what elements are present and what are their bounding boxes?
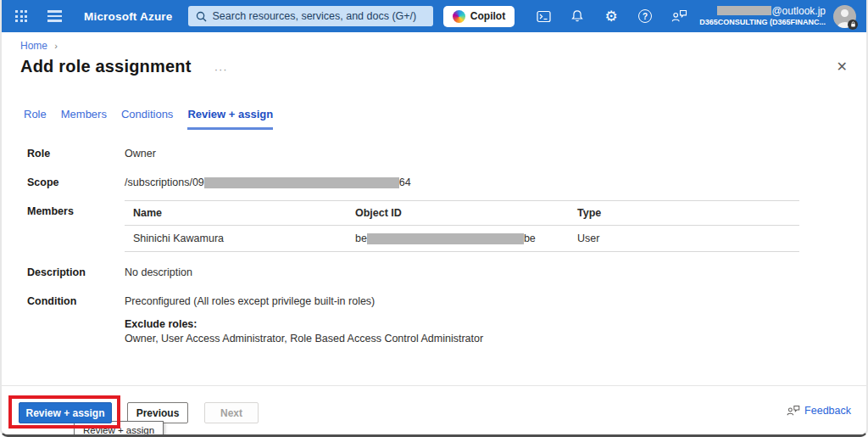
redacted-username <box>717 6 771 15</box>
account-avatar[interactable] <box>833 5 856 28</box>
members-table: Name Object ID Type Shinichi Kawamura be… <box>125 200 799 252</box>
account-directory: D365CONSULTING (D365FINANC... <box>699 18 826 27</box>
copilot-button[interactable]: Copilot <box>443 6 515 27</box>
copilot-label: Copilot <box>470 10 505 22</box>
close-icon: ✕ <box>837 59 848 74</box>
app-launcher-button[interactable] <box>15 10 27 22</box>
tab-members[interactable]: Members <box>61 108 107 130</box>
global-search[interactable] <box>188 6 433 26</box>
role-row: Role Owner <box>27 148 866 160</box>
help-icon: ? <box>638 9 652 23</box>
column-header-object-id: Object ID <box>347 201 569 225</box>
members-table-header: Name Object ID Type <box>125 200 799 226</box>
scope-value: /subscriptions/0964 <box>125 176 411 188</box>
redacted-subscription-id <box>204 177 399 188</box>
hamburger-icon <box>47 10 62 12</box>
account-info[interactable]: @outlook.jp D365CONSULTING (D365FINANC..… <box>699 5 826 27</box>
feedback-icon <box>787 405 800 417</box>
description-row: Description No description <box>27 266 866 278</box>
terminal-icon <box>537 10 551 23</box>
settings-button[interactable]: ⚙ <box>594 0 628 32</box>
role-label: Role <box>27 148 125 160</box>
lock-badge-icon <box>848 20 858 30</box>
top-bar: Microsoft Azure Copilot <box>2 0 866 32</box>
role-value: Owner <box>125 148 156 160</box>
review-assign-button[interactable]: Review + assign <box>19 402 112 423</box>
footer-bar: Review + assign Previous Next Review + a… <box>2 385 866 434</box>
notifications-button[interactable] <box>560 0 594 32</box>
search-icon <box>196 11 207 22</box>
tab-role[interactable]: Role <box>24 108 47 130</box>
column-header-type: Type <box>569 201 799 225</box>
gear-icon: ⚙ <box>605 9 618 24</box>
azure-portal-window: Microsoft Azure Copilot <box>0 0 868 437</box>
member-object-id: bebe <box>347 226 569 251</box>
tab-review-assign[interactable]: Review + assign <box>187 108 273 130</box>
member-type: User <box>569 226 799 251</box>
condition-row: Condition Preconfigured (All roles excep… <box>27 295 866 345</box>
portal-menu-button[interactable] <box>47 10 62 21</box>
feedback-button[interactable] <box>662 0 696 32</box>
help-button[interactable]: ? <box>628 0 662 32</box>
description-value: No description <box>125 266 192 278</box>
page-title: Add role assignment <box>20 57 192 76</box>
copilot-icon <box>453 10 465 23</box>
exclude-roles-value: Owner, User Access Administrator, Role B… <box>125 333 483 345</box>
search-input[interactable] <box>213 10 426 22</box>
scope-label: Scope <box>27 176 125 188</box>
cloud-shell-button[interactable] <box>526 0 560 32</box>
topbar-icon-group: ⚙ ? <box>526 0 696 32</box>
breadcrumb-separator-icon: › <box>54 41 58 51</box>
exclude-roles-title: Exclude roles: <box>125 318 483 330</box>
feedback-label: Feedback <box>804 405 851 417</box>
tab-conditions[interactable]: Conditions <box>121 108 173 130</box>
bell-icon <box>570 9 584 23</box>
ellipsis-icon: ··· <box>214 63 228 76</box>
condition-value-block: Preconfigured (All roles except privileg… <box>125 295 483 345</box>
feedback-person-icon <box>671 9 687 23</box>
brand-title: Microsoft Azure <box>84 10 173 23</box>
table-row: Shinichi Kawamura bebe User <box>125 226 799 252</box>
condition-label: Condition <box>27 295 125 345</box>
breadcrumb-home-link[interactable]: Home <box>20 40 47 52</box>
redacted-object-id <box>367 233 524 244</box>
members-label: Members <box>27 205 125 252</box>
more-options-button[interactable]: ··· <box>214 58 228 76</box>
review-summary: Role Owner Scope /subscriptions/0964 Mem… <box>27 148 866 345</box>
waffle-icon <box>15 10 27 22</box>
member-name: Shinichi Kawamura <box>125 226 347 251</box>
scope-row: Scope /subscriptions/0964 <box>27 176 866 188</box>
column-header-name: Name <box>125 201 347 225</box>
tab-bar: Role Members Conditions Review + assign <box>24 108 866 130</box>
next-button: Next <box>204 402 259 423</box>
description-label: Description <box>27 266 125 278</box>
members-row: Members Name Object ID Type Shinichi Kaw… <box>27 205 866 252</box>
close-button[interactable]: ✕ <box>837 59 848 75</box>
breadcrumb: Home › <box>20 40 866 52</box>
feedback-link[interactable]: Feedback <box>787 405 851 417</box>
condition-value: Preconfigured (All roles except privileg… <box>125 295 483 307</box>
account-email: @outlook.jp <box>699 5 826 18</box>
title-row: Add role assignment ··· ✕ <box>20 57 848 76</box>
